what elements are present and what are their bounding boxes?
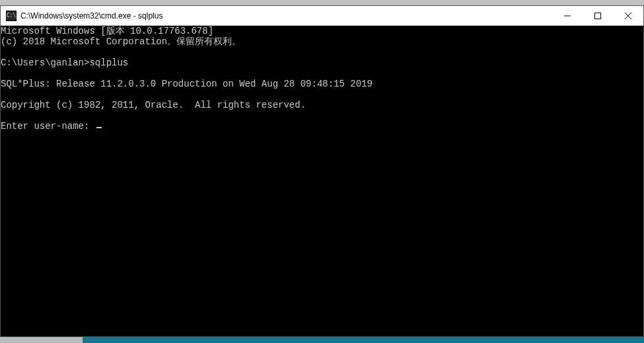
taskbar-fragment — [0, 337, 644, 343]
terminal-line — [1, 47, 643, 57]
minimize-icon — [564, 13, 571, 19]
svg-rect-1 — [595, 13, 601, 19]
cmd-icon: C:\ — [6, 11, 17, 21]
terminal-line: Enter user-name: — [1, 121, 643, 132]
terminal-output[interactable]: Microsoft Windows [版本 10.0.17763.678](c)… — [1, 26, 643, 336]
cursor — [96, 127, 102, 128]
close-button[interactable] — [613, 6, 643, 25]
terminal-line: SQL*Plus: Release 11.2.0.3.0 Production … — [1, 79, 643, 89]
close-icon — [625, 13, 631, 19]
terminal-line — [1, 89, 643, 100]
terminal-line: Microsoft Windows [版本 10.0.17763.678] — [1, 26, 643, 36]
window-title: C:\Windows\system32\cmd.exe - sqlplus — [20, 11, 552, 20]
maximize-icon — [594, 13, 601, 19]
terminal-line: C:\Users\ganlan>sqlplus — [1, 57, 643, 68]
titlebar[interactable]: C:\ C:\Windows\system32\cmd.exe - sqlplu… — [1, 6, 643, 26]
minimize-button[interactable] — [552, 6, 583, 25]
window-controls — [552, 6, 643, 25]
terminal-line — [1, 68, 643, 79]
maximize-button[interactable] — [583, 6, 613, 25]
terminal-line: (c) 2018 Microsoft Corporation。保留所有权利。 — [1, 36, 643, 47]
terminal-line — [1, 110, 643, 121]
terminal-line: Copyright (c) 1982, 2011, Oracle. All ri… — [1, 100, 643, 110]
cmd-window: C:\ C:\Windows\system32\cmd.exe - sqlplu… — [0, 5, 644, 337]
